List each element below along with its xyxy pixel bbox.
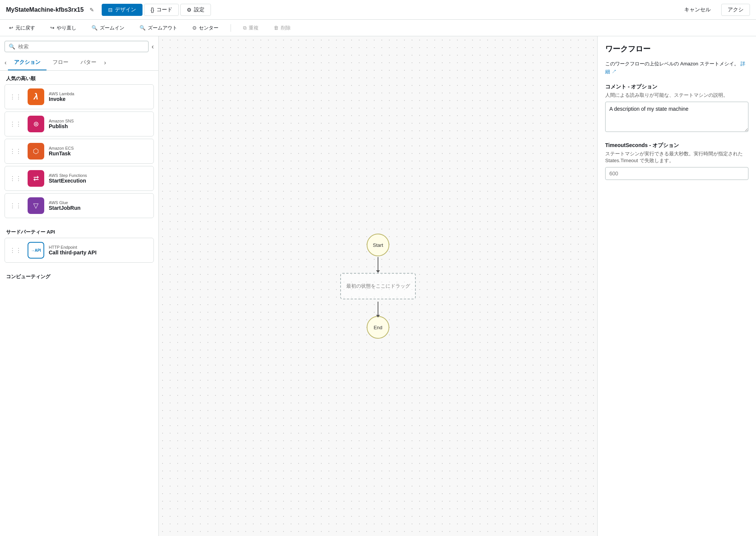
drag-handle-icon: ⋮⋮ [9, 202, 22, 209]
comment-sublabel: 人間による読み取りが可能な、ステートマシンの説明。 [605, 92, 748, 99]
tab-patterns[interactable]: パター [74, 55, 102, 70]
design-icon: ⊟ [108, 7, 113, 13]
tab-flow[interactable]: フロー [46, 55, 74, 70]
drag-handle-icon: ⋮⋮ [9, 247, 22, 254]
redo-button[interactable]: ↪ やり直し [47, 23, 79, 33]
list-item[interactable]: ⋮⋮ ⬡ Amazon ECS RunTask [5, 139, 154, 164]
toolbar: ↩ 元に戻す ↪ やり直し 🔍 ズームイン 🔍 ズームアウト ⊙ センター ⧉ … [0, 20, 756, 36]
panel-tab-row: ‹ アクション フロー パター › [0, 55, 158, 71]
external-link-icon: ↗ [612, 69, 617, 74]
center-button[interactable]: ⊙ センター [189, 23, 222, 33]
popular-section-header: 人気の高い順 [0, 71, 158, 84]
drop-zone[interactable]: 最初の状態をここにドラッグ [340, 273, 416, 299]
collapse-panel-button[interactable]: ‹ [152, 43, 154, 51]
timeout-section: TimeoutSeconds - オプション ステートマシンが実行できる最大秒数… [605, 142, 748, 180]
lambda-text: AWS Lambda Invoke [49, 91, 74, 102]
timeout-label: TimeoutSeconds - オプション [605, 142, 748, 149]
tab-settings[interactable]: ⚙ 設定 [180, 4, 211, 16]
redo-icon: ↪ [50, 25, 54, 31]
drag-handle-icon: ⋮⋮ [9, 93, 22, 101]
third-party-section-header: サードパーティー API [0, 224, 158, 238]
zoom-in-icon: 🔍 [91, 25, 98, 31]
lambda-icon: λ [28, 88, 44, 105]
tab-actions[interactable]: アクション [8, 55, 46, 70]
glue-icon: ▽ [28, 197, 44, 214]
list-item[interactable]: ⋮⋮ ⇄ AWS Step Functions StartExecution [5, 166, 154, 191]
delete-button[interactable]: 🗑 削除 [271, 23, 294, 33]
sns-text: Amazon SNS Publish [49, 119, 74, 129]
ecs-icon: ⬡ [28, 143, 44, 160]
code-icon: {} [150, 7, 154, 13]
right-panel: ワークフロー このワークフローの上位レベルの Amazon ステートメシイ。 詳… [597, 36, 756, 536]
tab-next-button[interactable]: › [102, 56, 107, 69]
http-icon: →API [28, 242, 44, 259]
search-icon: 🔍 [9, 43, 15, 50]
workflow-description: このワークフローの上位レベルの Amazon ステートメシイ。 詳細 ↗ [605, 60, 748, 76]
center-icon: ⊙ [192, 25, 197, 31]
canvas-area[interactable]: Start 最初の状態をここにドラッグ End [159, 36, 597, 536]
list-item[interactable]: ⋮⋮ λ AWS Lambda Invoke [5, 84, 154, 109]
toolbar-divider [231, 24, 231, 32]
comment-textarea[interactable]: A description of my state machine [605, 102, 748, 132]
undo-icon: ↩ [9, 25, 13, 31]
comment-section: コメント - オプション 人間による読み取りが可能な、ステートマシンの説明。 A… [605, 84, 748, 133]
list-item[interactable]: ⋮⋮ ⊛ Amazon SNS Publish [5, 112, 154, 136]
cancel-button[interactable]: キャンセル [678, 4, 717, 15]
app-title: MyStateMachine-kfbs3rx15 [6, 6, 84, 13]
list-item[interactable]: ⋮⋮ →API HTTP Endpoint Call third-party A… [5, 238, 154, 263]
edit-icon[interactable]: ✎ [90, 7, 94, 13]
ecs-text: Amazon ECS RunTask [49, 146, 74, 156]
duplicate-icon: ⧉ [243, 25, 246, 31]
third-party-service-list: ⋮⋮ →API HTTP Endpoint Call third-party A… [0, 238, 158, 263]
timeout-input[interactable] [605, 167, 748, 180]
http-text: HTTP Endpoint Call third-party API [49, 245, 96, 256]
start-state: Start [367, 234, 389, 256]
end-state: End [367, 316, 389, 339]
zoom-out-icon: 🔍 [139, 25, 146, 31]
glue-text: AWS Glue StartJobRun [49, 200, 81, 211]
computing-section-header: コンピューティング [0, 269, 158, 282]
drag-handle-icon: ⋮⋮ [9, 148, 22, 155]
drag-handle-icon: ⋮⋮ [9, 175, 22, 182]
right-panel-title: ワークフロー [605, 44, 748, 54]
search-row: 🔍 ‹ [0, 36, 158, 55]
tab-prev-button[interactable]: ‹ [3, 56, 8, 69]
main-layout: 🔍 ‹ ‹ アクション フロー パター › 人気の高い順 ⋮⋮ λ AWS La… [0, 36, 756, 536]
search-input-wrap: 🔍 [5, 41, 149, 52]
tab-design[interactable]: ⊟ デザイン [102, 4, 143, 16]
duplicate-button[interactable]: ⧉ 重複 [240, 23, 262, 33]
canvas-content: Start 最初の状態をここにドラッグ End [340, 234, 416, 339]
nav-tabs: ⊟ デザイン {} コード ⚙ 設定 [102, 4, 211, 16]
stepfn-text: AWS Step Functions StartExecution [49, 173, 87, 184]
action-button[interactable]: アクシ [721, 4, 750, 16]
search-input[interactable] [18, 43, 144, 50]
drag-handle-icon: ⋮⋮ [9, 121, 22, 128]
settings-icon: ⚙ [187, 7, 192, 13]
zoom-in-button[interactable]: 🔍 ズームイン [88, 23, 127, 33]
zoom-out-button[interactable]: 🔍 ズームアウト [136, 23, 180, 33]
list-item[interactable]: ⋮⋮ ▽ AWS Glue StartJobRun [5, 193, 154, 218]
left-panel: 🔍 ‹ ‹ アクション フロー パター › 人気の高い順 ⋮⋮ λ AWS La… [0, 36, 159, 536]
undo-button[interactable]: ↩ 元に戻す [6, 23, 38, 33]
tab-code[interactable]: {} コード [144, 4, 178, 16]
comment-label: コメント - オプション [605, 84, 748, 90]
sns-icon: ⊛ [28, 116, 44, 132]
delete-icon: 🗑 [274, 25, 279, 31]
stepfn-icon: ⇄ [28, 170, 44, 187]
top-nav: MyStateMachine-kfbs3rx15 ✎ ⊟ デザイン {} コード… [0, 0, 756, 20]
service-list: ⋮⋮ λ AWS Lambda Invoke ⋮⋮ ⊛ Amazon SNS P… [0, 84, 158, 218]
timeout-sublabel: ステートマシンが実行できる最大秒数。実行時間が指定された States.Time… [605, 150, 748, 164]
